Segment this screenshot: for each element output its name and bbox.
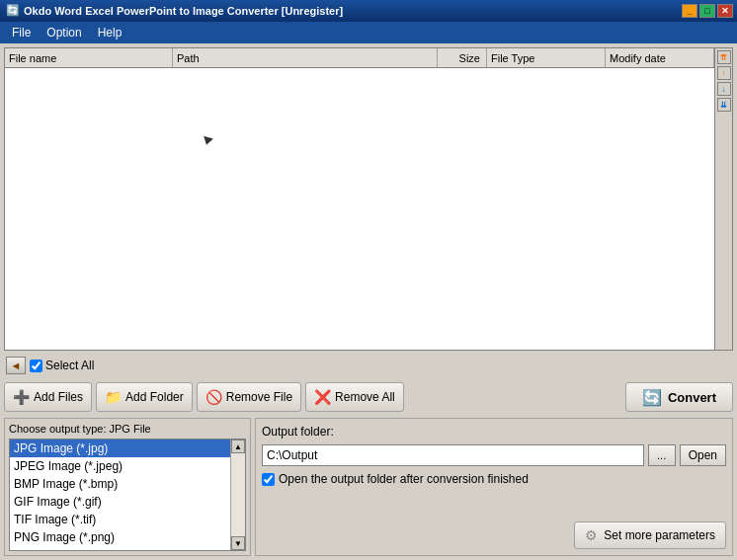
menu-file[interactable]: File [4, 24, 39, 41]
add-files-button[interactable]: ➕ Add Files [4, 382, 92, 412]
select-all-checkbox[interactable] [30, 360, 42, 372]
remove-file-button[interactable]: 🚫 Remove File [197, 382, 301, 412]
empty-area [5, 68, 714, 350]
toolbar: ➕ Add Files 📁 Add Folder 🚫 Remove File ❌… [4, 380, 404, 414]
scroll-bottom-bottom[interactable]: ⇊ [717, 98, 731, 112]
maximize-button[interactable]: □ [699, 4, 715, 18]
gear-icon: ⚙ [585, 527, 598, 543]
select-all-checkbox-label[interactable]: Select All [30, 359, 94, 372]
list-item-bmp[interactable]: BMP Image (*.bmp) [10, 475, 230, 493]
minimize-button[interactable]: _ [682, 4, 697, 18]
convert-label: Convert [668, 390, 716, 405]
table-header: File name Path Size File Type Modify dat… [5, 48, 714, 68]
output-folder-label: Output folder: [262, 425, 334, 439]
add-folder-icon: 📁 [105, 389, 122, 405]
output-type-list-items: JPG Image (*.jpg) JPEG Image (*.jpeg) BM… [10, 440, 230, 550]
add-folder-button[interactable]: 📁 Add Folder [96, 382, 193, 412]
app-icon: 🔄 [6, 4, 20, 18]
scroll-down[interactable]: ↓ [717, 82, 731, 96]
set-params-button[interactable]: ⚙ Set more parameters [574, 521, 726, 549]
col-header-size: Size [438, 48, 487, 67]
table-body [5, 68, 714, 350]
main-container: File name Path Size File Type Modify dat… [0, 43, 737, 560]
select-all-label: Select All [45, 359, 94, 372]
col-header-filetype: File Type [487, 48, 606, 67]
list-item-png[interactable]: PNG Image (*.png) [10, 528, 230, 546]
convert-icon: 🔄 [642, 388, 662, 407]
folder-path-input[interactable] [262, 444, 644, 466]
scroll-up[interactable]: ↑ [717, 66, 731, 80]
menu-bar: File Option Help [0, 22, 737, 43]
toolbar-row: ➕ Add Files 📁 Add Folder 🚫 Remove File ❌… [4, 380, 733, 414]
list-scroll-up[interactable]: ▲ [231, 440, 245, 453]
list-item-jpg[interactable]: JPG Image (*.jpg) [10, 440, 230, 457]
list-item-emf[interactable]: EMF Image (*.emf) [10, 546, 230, 550]
folder-row: Output folder: [262, 425, 726, 439]
list-scrollbar: ▲ ▼ [230, 440, 245, 550]
list-item-tif[interactable]: TIF Image (*.tif) [10, 511, 230, 528]
output-type-panel: Choose output type: JPG File JPG Image (… [4, 418, 251, 556]
open-folder-button[interactable]: Open [680, 444, 726, 466]
list-item-jpeg[interactable]: JPEG Image (*.jpeg) [10, 457, 230, 475]
add-files-label: Add Files [34, 390, 83, 404]
output-type-label: Choose output type: JPG File [9, 423, 246, 435]
select-all-bar: ◄ Select All [4, 355, 733, 376]
list-scroll-track [231, 453, 245, 536]
scroll-top-top[interactable]: ⇈ [717, 50, 731, 64]
remove-all-label: Remove All [335, 390, 395, 404]
convert-button[interactable]: 🔄 Convert [625, 382, 733, 412]
add-folder-label: Add Folder [125, 390, 184, 404]
remove-file-label: Remove File [226, 390, 292, 404]
open-after-label[interactable]: Open the output folder after conversion … [262, 472, 726, 486]
window-title: Okdo Word Excel PowerPoint to Image Conv… [24, 5, 343, 17]
menu-option[interactable]: Option [39, 24, 89, 41]
title-bar: 🔄 Okdo Word Excel PowerPoint to Image Co… [0, 0, 737, 22]
folder-input-row: ... Open [262, 444, 726, 466]
back-button[interactable]: ◄ [6, 357, 26, 374]
browse-button[interactable]: ... [648, 444, 676, 466]
output-type-list: JPG Image (*.jpg) JPEG Image (*.jpeg) BM… [9, 439, 246, 551]
remove-all-button[interactable]: ❌ Remove All [305, 382, 404, 412]
remove-all-icon: ❌ [314, 389, 331, 405]
title-bar-title: 🔄 Okdo Word Excel PowerPoint to Image Co… [6, 4, 343, 18]
file-table: File name Path Size File Type Modify dat… [5, 48, 714, 350]
file-list-panel: File name Path Size File Type Modify dat… [4, 47, 733, 351]
close-button[interactable]: ✕ [717, 4, 733, 18]
open-after-checkbox[interactable] [262, 473, 275, 486]
right-scrollbar: ⇈ ↑ ↓ ⇊ [714, 48, 732, 350]
set-params-label: Set more parameters [604, 528, 715, 542]
col-header-modifydate: Modify date [606, 48, 714, 67]
add-files-icon: ➕ [13, 389, 30, 405]
col-header-path: Path [173, 48, 438, 67]
bottom-panel: Choose output type: JPG File JPG Image (… [4, 418, 733, 556]
menu-help[interactable]: Help [90, 24, 130, 41]
col-header-filename: File name [5, 48, 173, 67]
window-controls: _ □ ✕ [682, 4, 733, 18]
open-after-text: Open the output folder after conversion … [279, 472, 529, 486]
list-item-gif[interactable]: GIF Image (*.gif) [10, 493, 230, 511]
list-scroll-down[interactable]: ▼ [231, 536, 245, 550]
output-folder-panel: Output folder: ... Open Open the output … [255, 418, 733, 556]
remove-file-icon: 🚫 [205, 389, 222, 405]
